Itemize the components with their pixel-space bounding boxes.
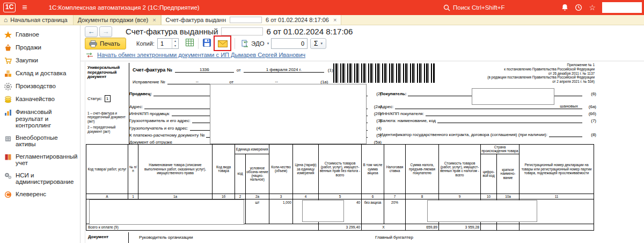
redaction-item-price <box>302 200 344 222</box>
sidebar-item-proizvodstvo[interactable]: Производство <box>0 80 80 93</box>
sum-button[interactable]: Σ ▾ <box>310 38 326 49</box>
stepper-arrows[interactable]: ▴ ▾ <box>172 39 178 48</box>
stepper-down-icon[interactable]: ▾ <box>172 44 178 48</box>
redaction-username <box>602 2 642 13</box>
total-cost-without-tax: 3 299,40 <box>319 224 362 230</box>
print-button[interactable]: Печать <box>85 38 126 49</box>
table-settings-icon[interactable] <box>186 39 194 48</box>
total-row: Всего к оплате (9) 3 299,40 X 659,89 3 9… <box>86 224 594 230</box>
close-tab-icon[interactable]: × <box>152 17 156 23</box>
home-icon: ⌂ <box>4 16 8 24</box>
toolbar-separator <box>235 38 235 49</box>
header-unit-symbol: условное обозна-чение (нацио-нальное) <box>246 154 269 194</box>
header-cost-with-tax: Стоимость товаров (работ, услуг), имущес… <box>439 145 481 194</box>
stepper-up-icon[interactable]: ▴ <box>172 39 178 44</box>
main-menu-icon[interactable]: ≡ <box>22 3 27 12</box>
1c-logo: 1С <box>3 3 16 12</box>
item-excise: без акциза <box>362 199 384 224</box>
chevron-down-icon: ▾ <box>320 41 323 46</box>
sidebar-item-nsi[interactable]: НСИ и администрирование <box>0 169 80 188</box>
annotation-highlight-box <box>214 35 231 51</box>
total-tax-amount: 659,89 <box>406 224 439 230</box>
upd-title: Универсальный передаточный документ <box>87 66 127 80</box>
correction-label: Исправление № <box>133 80 167 84</box>
invoice-label: Счет-фактура № <box>133 67 175 73</box>
sidebar-item-vneoborotnye[interactable]: Внеоборотные активы <box>0 132 80 151</box>
mark-1: (1) <box>324 68 333 73</box>
sidebar-item-zakupki[interactable]: Закупки <box>0 54 80 67</box>
global-search[interactable]: Поиск Ctrl+Shift+F <box>443 0 504 15</box>
accounting-book-icon <box>4 153 12 161</box>
sidebar-item-finrezultat[interactable]: Финансовый результат и контроллинг <box>0 106 80 132</box>
tab-invoice-label-prefix: Счет-фактура выданн <box>166 17 226 23</box>
main-star-icon <box>4 31 12 39</box>
copies-stepper[interactable]: 1 ▴ ▾ <box>157 38 179 49</box>
signature-head-label: Руководитель организации <box>139 235 193 240</box>
tab-sales-documents[interactable]: Документы продажи (все) × <box>73 15 161 25</box>
header-price: Цена (тариф) за единицу измерения <box>293 145 319 194</box>
finance-chart-icon <box>4 109 12 116</box>
forward-button[interactable]: → <box>99 26 112 37</box>
item-unit-name: шт <box>246 199 269 224</box>
topbar: 1С ≡ 1С:Комплексная автоматизация 2 (1С:… <box>0 0 644 15</box>
back-button[interactable]: ← <box>85 26 98 37</box>
search-label: Поиск Ctrl+Shift+F <box>453 4 504 11</box>
header-unit-group: Единица измерения <box>235 145 269 154</box>
history-clock-icon[interactable] <box>575 4 582 11</box>
admin-gears-icon <box>4 172 12 180</box>
invoice-print-preview: Универсальный передаточный документ Стат… <box>85 62 596 243</box>
total-cost-with-tax: 3 959,28 <box>439 224 481 230</box>
signature-accountant-label: Главный бухгалтер <box>375 235 413 240</box>
total-label: Всего к оплате (9) <box>86 224 319 230</box>
cleverence-logo-icon <box>4 191 12 198</box>
page-title-suffix: 6 от 01.02.2024 8:17:06 <box>266 27 353 36</box>
page-title: Счет-фактура выданный 6 от 01.02.2024 8:… <box>126 26 353 37</box>
edo-icon <box>241 40 248 47</box>
header-unit-code: код <box>235 154 246 194</box>
notifications-bell-icon[interactable] <box>561 4 568 11</box>
sidebar-item-reglament[interactable]: Регламентированный учет <box>0 151 80 169</box>
redaction-buyer-details <box>472 88 554 105</box>
amount-input[interactable]: 0 <box>271 38 308 49</box>
treasury-coins-icon <box>4 96 12 103</box>
tabbar: ⌂ Начальная страница Документы продажи (… <box>0 15 644 25</box>
signature-document-cell: Документ <box>86 232 129 243</box>
tab-invoice[interactable]: Счет-фактура выданн 6 от 01.02.2024 8:17… <box>161 15 342 25</box>
status-value-box: 1 <box>105 95 111 102</box>
edo-button-label: ЭДО <box>251 40 265 47</box>
edo-button[interactable]: ЭДО ▾ <box>237 38 273 49</box>
sidebar: Главное Продажи Закупки Склад и доставка… <box>0 25 80 243</box>
header-cost-without-tax: Стоимость товаров (работ, услуг), имущес… <box>319 145 362 194</box>
copies-value[interactable]: 1 <box>158 39 172 48</box>
redaction-title <box>221 27 263 35</box>
warehouse-boxes-icon <box>4 70 12 77</box>
sidebar-item-cleverence[interactable]: Клеверенс <box>0 188 80 201</box>
print-button-label: Печать <box>100 40 120 47</box>
topbar-icons: ☆ <box>561 0 642 15</box>
favorites-star-icon[interactable]: ☆ <box>589 4 596 11</box>
tab-home[interactable]: ⌂ Начальная страница <box>0 15 73 25</box>
toolbar-separator <box>198 38 199 49</box>
save-file-icon[interactable] <box>203 39 211 49</box>
sidebar-item-kaznacheystvo[interactable]: Казначейство <box>0 93 80 106</box>
header-tax-rate: Налоговая ставка <box>384 145 406 194</box>
header-country-code: цифро-вой код <box>481 154 497 194</box>
barcode <box>333 63 435 83</box>
sidebar-item-glavnoe[interactable]: Главное <box>0 28 80 41</box>
page-title-prefix: Счет-фактура выданный <box>126 27 218 36</box>
sidebar-item-prodazhi[interactable]: Продажи <box>0 41 80 54</box>
tab-sales-documents-label: Документы продажи (все) <box>78 17 148 23</box>
total-x: X <box>362 224 406 230</box>
invoice-date: 1 февраля 2024 г. <box>244 67 324 73</box>
header-excise: В том числе сумма акциза <box>362 145 384 194</box>
sales-basket-icon <box>4 44 12 52</box>
start-edo-exchange-link[interactable]: Начать обмен электронными документами с … <box>97 52 305 58</box>
item-quantity: 1,000 <box>269 199 293 224</box>
invoice-number-line: Счет-фактура № 1336 от 1 февраля 2024 г.… <box>133 67 333 73</box>
tab-home-label: Начальная страница <box>10 17 67 23</box>
sidebar-item-sklad[interactable]: Склад и доставка <box>0 67 80 80</box>
redaction-item-sums <box>427 200 537 222</box>
purchases-cart-icon <box>4 57 12 65</box>
close-tab-icon[interactable]: × <box>333 17 336 23</box>
sigma-icon: Σ <box>314 40 318 47</box>
